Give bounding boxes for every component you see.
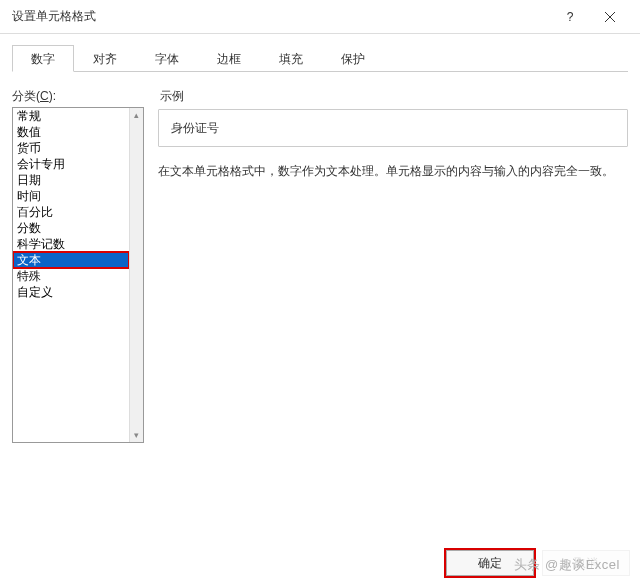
title-bar: 设置单元格格式 ? (0, 0, 640, 34)
ok-button[interactable]: 确定 (446, 550, 534, 576)
category-item[interactable]: 时间 (13, 188, 129, 204)
tab-5[interactable]: 保护 (322, 45, 384, 72)
sample-box: 身份证号 (158, 109, 628, 147)
category-item[interactable]: 自定义 (13, 284, 129, 300)
category-listbox[interactable]: 常规数值货币会计专用日期时间百分比分数科学记数文本特殊自定义 ▴ ▾ (12, 107, 144, 443)
tab-1[interactable]: 对齐 (74, 45, 136, 72)
category-item[interactable]: 科学记数 (13, 236, 129, 252)
category-item[interactable]: 特殊 (13, 268, 129, 284)
category-item[interactable]: 货币 (13, 140, 129, 156)
format-description: 在文本单元格格式中，数字作为文本处理。单元格显示的内容与输入的内容完全一致。 (158, 161, 628, 181)
category-label: 分类(C): (12, 88, 144, 105)
tab-2[interactable]: 字体 (136, 45, 198, 72)
category-item[interactable]: 文本 (13, 251, 129, 269)
tab-bar: 数字对齐字体边框填充保护 (12, 44, 628, 72)
category-item[interactable]: 会计专用 (13, 156, 129, 172)
category-item[interactable]: 百分比 (13, 204, 129, 220)
dialog-footer: 确定 取消 (446, 550, 630, 576)
scroll-down-icon[interactable]: ▾ (130, 428, 143, 442)
sample-value: 身份证号 (171, 121, 219, 135)
tab-4[interactable]: 填充 (260, 45, 322, 72)
window-title: 设置单元格格式 (12, 8, 550, 25)
tab-3[interactable]: 边框 (198, 45, 260, 72)
help-button[interactable]: ? (550, 3, 590, 31)
close-icon (605, 12, 615, 22)
sample-label: 示例 (160, 88, 628, 105)
close-button[interactable] (590, 3, 630, 31)
category-item[interactable]: 常规 (13, 108, 129, 124)
category-item[interactable]: 日期 (13, 172, 129, 188)
scroll-up-icon[interactable]: ▴ (130, 108, 143, 122)
tab-0[interactable]: 数字 (12, 45, 74, 72)
question-icon: ? (567, 10, 574, 24)
category-item[interactable]: 分数 (13, 220, 129, 236)
category-item[interactable]: 数值 (13, 124, 129, 140)
cancel-button[interactable]: 取消 (542, 550, 630, 576)
scrollbar[interactable]: ▴ ▾ (129, 108, 143, 442)
